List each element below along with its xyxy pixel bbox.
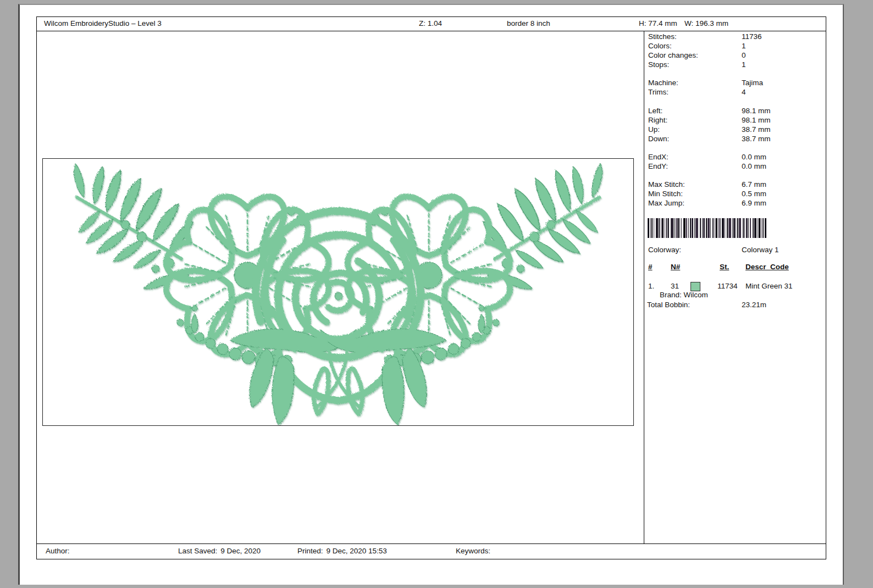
thread-table-row: 1. 31 11734 Mint Green 31 <box>644 282 826 291</box>
design-barcode <box>648 218 806 238</box>
total-bobbin-row: Total Bobbin: 23.21m <box>644 301 826 310</box>
design-svg <box>43 159 633 425</box>
stat-trims: Trims:4 <box>644 88 826 97</box>
keywords-field: Keywords: <box>456 547 494 555</box>
document-frame: Wilcom EmbroideryStudio – Level 3 Z: 1.0… <box>36 16 826 559</box>
design-width: W: 196.3 mm <box>684 19 728 27</box>
colorway-row: Colorway: Colorway 1 <box>644 246 826 255</box>
stat-min-stitch: Min Stitch:0.5 mm <box>644 190 826 199</box>
stat-down: Down:38.7 mm <box>644 135 826 144</box>
stat-endx: EndX:0.0 mm <box>644 153 826 162</box>
stat-right: Right:98.1 mm <box>644 116 826 125</box>
thread-table-header: # N# St. Descr_Code <box>644 263 826 272</box>
stat-left: Left:98.1 mm <box>644 107 826 116</box>
thread-swatch <box>690 282 700 291</box>
stat-stitches: Stitches:11736 <box>644 32 826 42</box>
print-preview-page: Wilcom EmbroideryStudio – Level 3 Z: 1.0… <box>18 4 844 585</box>
design-area <box>37 31 644 543</box>
stat-max-jump: Max Jump:6.9 mm <box>644 199 826 208</box>
app-title: Wilcom EmbroideryStudio – Level 3 <box>44 19 162 27</box>
printed-field: Printed:9 Dec, 2020 15:53 <box>297 547 387 555</box>
footer-bar: Author: Last Saved:9 Dec, 2020 Printed:9… <box>37 543 826 559</box>
design-height: H: 77.4 mm <box>639 19 677 27</box>
stat-endy: EndY:0.0 mm <box>644 162 826 171</box>
stat-up: Up:38.7 mm <box>644 125 826 135</box>
stat-colors: Colors:1 <box>644 42 826 51</box>
last-saved-field: Last Saved:9 Dec, 2020 <box>178 547 261 555</box>
design-boundary <box>42 158 634 426</box>
main-region: Stitches:11736 Colors:1 Color changes:0 … <box>37 31 826 543</box>
stat-color-changes: Color changes:0 <box>644 51 826 60</box>
design-info-panel: Stitches:11736 Colors:1 Color changes:0 … <box>644 31 826 543</box>
stat-stops: Stops:1 <box>644 60 826 70</box>
author-field: Author: <box>46 547 73 555</box>
thread-brand: Brand: Wilcom <box>660 291 708 299</box>
zoom-level: Z: 1.04 <box>419 19 442 27</box>
stat-machine: Machine:Tajima <box>644 79 826 88</box>
header-bar: Wilcom EmbroideryStudio – Level 3 Z: 1.0… <box>37 17 826 31</box>
design-name: border 8 inch <box>507 19 550 27</box>
stat-max-stitch: Max Stitch:6.7 mm <box>644 180 826 190</box>
